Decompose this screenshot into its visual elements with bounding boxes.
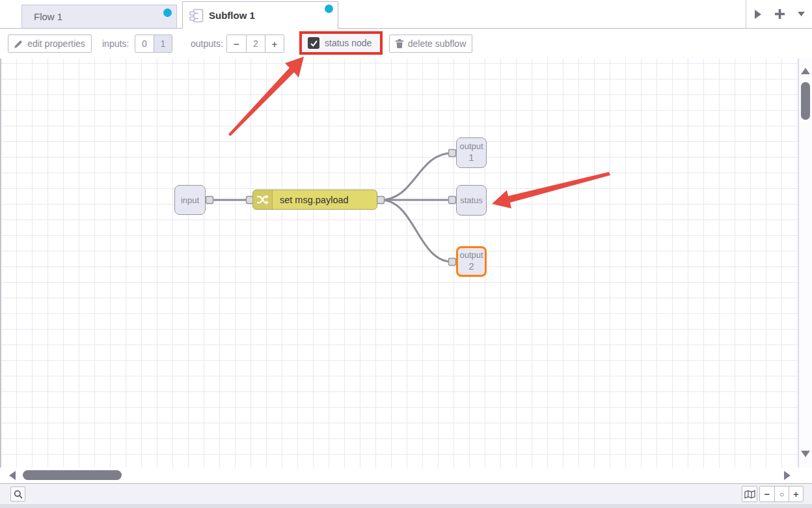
status-node-label: status node — [325, 38, 372, 48]
inputs-count-toggle: 0 1 — [135, 35, 172, 53]
delete-subflow-label: delete subflow — [408, 38, 467, 49]
tab-flow-1[interactable]: Flow 1 — [21, 5, 177, 28]
add-flow-icon[interactable] — [770, 0, 789, 28]
subflow-output2-node-selected[interactable]: output 2 — [456, 246, 487, 277]
node-red-editor: Flow 1 Subflow 1 — [0, 0, 812, 508]
search-icon — [14, 490, 23, 499]
output1-node-number: 1 — [459, 152, 483, 163]
output2-node-label: output — [459, 251, 483, 261]
outputs-increase-button[interactable]: + — [265, 35, 284, 52]
change-node-shuffle-icon — [253, 190, 273, 209]
zoom-controls: − ○ + — [759, 486, 804, 502]
wire-change-to-output1[interactable] — [381, 153, 452, 200]
status-node-canvas-label: status — [460, 195, 483, 205]
search-flows-button[interactable] — [10, 487, 25, 501]
pencil-icon — [14, 40, 23, 48]
tab-subflow-1[interactable]: Subflow 1 — [182, 1, 338, 29]
next-tab-icon[interactable] — [748, 0, 768, 28]
subflow-icon — [189, 8, 204, 23]
change-node[interactable]: set msg.payload — [252, 190, 377, 210]
subflow-output1-node[interactable]: output 1 — [456, 137, 487, 168]
scroll-down-icon[interactable] — [801, 448, 810, 460]
zoom-out-button[interactable]: − — [760, 487, 774, 501]
editor-footer: − ○ + — [0, 483, 812, 504]
subflow-input-node[interactable]: input — [174, 185, 206, 215]
vertical-scrollbar[interactable] — [798, 59, 812, 468]
tab-subflow-1-label: Subflow 1 — [209, 10, 255, 21]
port-change-out[interactable] — [377, 197, 385, 204]
navigator-button[interactable] — [742, 486, 757, 502]
horizontal-scroll-thumb[interactable] — [23, 470, 122, 480]
port-status-in[interactable] — [449, 197, 456, 204]
outputs-count-value: 2 — [246, 35, 265, 52]
trash-icon — [396, 39, 403, 48]
vertical-scroll-thumb[interactable] — [801, 82, 810, 120]
scroll-right-icon[interactable] — [784, 471, 791, 483]
modified-dot-icon — [325, 5, 333, 13]
status-node-toggle[interactable]: status node — [299, 31, 383, 55]
edit-properties-button[interactable]: edit properties — [8, 35, 92, 53]
flow-tab-bar: Flow 1 Subflow 1 — [0, 0, 812, 29]
port-output2-in[interactable] — [449, 259, 456, 266]
change-node-label: set msg.payload — [273, 190, 377, 209]
zoom-in-button[interactable]: + — [789, 487, 803, 501]
outputs-decrease-button[interactable]: − — [227, 35, 246, 52]
status-node-checkbox[interactable] — [308, 37, 319, 49]
wire-change-to-output2[interactable] — [381, 200, 452, 262]
flow-canvas[interactable]: input set msg.payload output 1 status — [0, 59, 798, 468]
map-icon — [744, 490, 755, 499]
scroll-up-icon[interactable] — [801, 65, 810, 77]
inputs-label: inputs: — [102, 29, 129, 59]
outputs-label: outputs: — [191, 29, 223, 59]
output2-node-number: 2 — [459, 261, 483, 272]
modified-dot-icon — [163, 8, 172, 17]
delete-subflow-button[interactable]: delete subflow — [389, 35, 472, 53]
inputs-option-1[interactable]: 1 — [154, 35, 172, 52]
edit-properties-label: edit properties — [27, 38, 85, 49]
output1-node-label: output — [459, 142, 483, 152]
scroll-left-icon[interactable] — [9, 471, 16, 483]
outputs-stepper: − 2 + — [226, 35, 284, 53]
input-node-label: input — [181, 195, 199, 205]
subflow-toolbar: edit properties inputs: 0 1 outputs: − 2… — [0, 29, 812, 59]
port-input-out[interactable] — [206, 197, 213, 204]
subflow-status-node[interactable]: status — [456, 185, 487, 216]
port-output1-in[interactable] — [449, 150, 456, 157]
horizontal-scrollbar[interactable] — [0, 468, 812, 483]
wires-layer — [0, 59, 798, 468]
bottom-strip — [0, 504, 812, 508]
tabbar-separator — [746, 0, 746, 28]
inputs-option-0[interactable]: 0 — [135, 35, 154, 52]
zoom-reset-button[interactable]: ○ — [774, 487, 789, 501]
flow-list-caret-icon[interactable] — [791, 0, 811, 28]
tab-flow-1-label: Flow 1 — [34, 11, 62, 22]
